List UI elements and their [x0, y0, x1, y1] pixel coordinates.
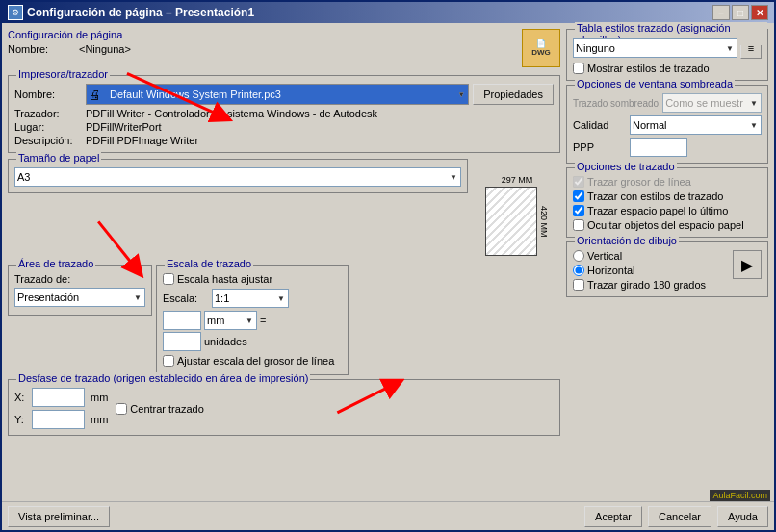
mostrar-estilos-label: Mostrar estilos de trazado — [587, 63, 710, 74]
printer-select[interactable]: Default Windows System Printer.pc3 — [86, 84, 469, 105]
page-config-label: Configuración de página — [8, 29, 131, 40]
watermark: AulaFacil.com — [710, 490, 770, 501]
desfase-group: Desfase de trazado (origen establecido e… — [8, 379, 560, 436]
area-section-label: Área de trazado — [16, 258, 95, 269]
x-label: X: — [14, 392, 28, 403]
ventana-sombreada-group: Opciones de ventana sombreada Trazado so… — [566, 85, 768, 164]
trazar-estilos-checkbox[interactable] — [573, 190, 584, 202]
orientacion-group: Orientación de dibujo Vertical Horizonta… — [566, 241, 768, 297]
printer-name-label: Nombre: — [14, 89, 82, 100]
orientation-icon[interactable]: ▶ — [733, 250, 762, 279]
descripcion-value: PDFill PDFImage Writer — [86, 135, 198, 146]
page-name-row: Nombre: <Ninguna> — [8, 43, 131, 55]
preview-button[interactable]: Vista preliminar... — [8, 506, 110, 527]
y-unit: mm — [91, 414, 108, 425]
trazador-label: Trazador: — [14, 108, 82, 119]
horizontal-radio[interactable] — [573, 265, 584, 276]
paper-dim-top: 297 MM — [485, 175, 549, 185]
mostrar-estilos-checkbox[interactable] — [573, 63, 584, 74]
paper-dim-right: 420 MM — [539, 206, 549, 238]
vertical-radio[interactable] — [573, 250, 584, 262]
orientacion-label: Orientación de dibujo — [575, 235, 679, 246]
desfase-label: Desfase de trazado (origen establecido e… — [16, 372, 310, 384]
unidades-label: unidades — [204, 336, 247, 347]
lugar-label: Lugar: — [14, 121, 82, 133]
close-button[interactable]: ✕ — [751, 5, 768, 20]
bottom-area: Área de trazado Trazado de: Presentación… — [8, 265, 560, 375]
escala-section-label: Escala de trazado — [165, 258, 253, 269]
cancelar-button[interactable]: Cancelar — [648, 506, 711, 527]
ocultar-objetos-checkbox[interactable] — [573, 219, 584, 231]
escala-unit-select[interactable]: mm pulgadas — [204, 311, 257, 330]
y-input[interactable]: 0.00 — [32, 410, 85, 429]
area-trazado-col: Área de trazado Trazado de: Presentación… — [8, 265, 152, 316]
trazar-grosor-label: Trazar grosor de línea — [587, 176, 691, 188]
ppp-label: PPP — [573, 141, 626, 153]
x-unit: mm — [91, 392, 108, 403]
trazado-de-select[interactable]: Presentación Extensión Ventana — [14, 288, 145, 307]
dialog-window: ⚙ Configuración de página – Presentación… — [0, 0, 776, 532]
paper-size-select[interactable]: A3 A4 A2 — [14, 167, 461, 187]
dwg-icon: 📄 DWG — [522, 29, 560, 67]
escala-ajustar-label: Escala hasta ajustar — [177, 273, 272, 285]
area-trazado-group: Área de trazado Trazado de: Presentación… — [8, 265, 152, 316]
trazar-estilos-label: Trazar con estilos de trazado — [587, 190, 723, 202]
aceptar-button[interactable]: Aceptar — [584, 506, 642, 527]
printer-select-wrapper: 🖨 Default Windows System Printer.pc3 ▼ — [86, 84, 469, 105]
maximize-button[interactable]: □ — [732, 5, 749, 20]
escala-val1[interactable]: 1 — [163, 311, 201, 330]
ajustar-escala-label: Ajustar escala del grosor de línea — [177, 355, 334, 367]
escala-val2[interactable]: 1 — [163, 332, 201, 351]
vertical-label: Vertical — [587, 250, 622, 262]
escala-select[interactable]: 1:1 1:2 1:5 — [212, 289, 289, 308]
girado-label: Trazar girado 180 grados — [587, 279, 706, 291]
calidad-select[interactable]: Borrador Vista previa Normal Presentació… — [630, 115, 762, 135]
opciones-trazado-group: Opciones de trazado Trazar grosor de lín… — [566, 167, 768, 238]
ventana-sombreada-label: Opciones de ventana sombreada — [575, 78, 735, 89]
footer-bar: Vista preliminar... Aceptar Cancelar Ayu… — [2, 501, 774, 530]
paper-size-label: Tamaño de papel — [16, 152, 101, 164]
dialog-body: Configuración de página Nombre: <Ninguna… — [2, 23, 774, 530]
equals-sign: = — [260, 315, 266, 326]
left-panel: Configuración de página Nombre: <Ninguna… — [8, 29, 560, 524]
paper-preview — [485, 187, 537, 256]
ajustar-escala-checkbox[interactable] — [163, 355, 174, 367]
title-bar: ⚙ Configuración de página – Presentación… — [2, 2, 774, 23]
properties-button[interactable]: Propiedades — [473, 84, 554, 105]
ppp-input[interactable]: 100 — [630, 138, 687, 157]
tabla-estilos-group: Tabla estilos trazado (asignación plumil… — [566, 29, 768, 81]
escala-col: Escala de trazado Escala hasta ajustar E… — [156, 265, 349, 375]
page-name-value: <Ninguna> — [79, 43, 131, 55]
opciones-trazado-label: Opciones de trazado — [575, 161, 677, 172]
centrar-trazado-label: Centrar trazado — [130, 403, 203, 415]
centrar-trazado-checkbox[interactable] — [116, 403, 127, 415]
escala-label: Escala: — [163, 292, 209, 304]
trazado-de-label: Trazado de: — [14, 273, 145, 285]
lugar-value: PDFillWriterPort — [86, 121, 162, 133]
trazar-espacio-label: Trazar espacio papel lo último — [587, 205, 728, 216]
window-title: Configuración de página – Presentación1 — [27, 6, 254, 19]
trazador-value: PDFill Writer - Controlador de sistema W… — [86, 108, 377, 119]
paper-size-group: Tamaño de papel A3 A4 A2 — [8, 159, 468, 193]
escala-ajustar-checkbox[interactable] — [163, 273, 174, 285]
x-input[interactable]: 0.00 — [32, 388, 85, 407]
calidad-label: Calidad — [573, 119, 626, 131]
name-label: Nombre: — [8, 43, 75, 55]
girado-checkbox[interactable] — [573, 279, 584, 291]
printer-name-row: Nombre: 🖨 Default Windows System Printer… — [14, 84, 554, 105]
descripcion-label: Descripción: — [14, 135, 82, 146]
trazado-sombreado-label: Trazado sombreado — [573, 98, 659, 109]
tabla-estilos-select[interactable]: Ninguno acad.ctb — [573, 38, 737, 58]
trazado-sombreado-select[interactable]: Como se muestra — [662, 93, 762, 113]
window-icon: ⚙ — [8, 5, 23, 20]
ocultar-objetos-label: Ocultar objetos del espacio papel — [587, 219, 744, 231]
y-label: Y: — [14, 414, 28, 425]
right-panel: Tabla estilos trazado (asignación plumil… — [566, 29, 768, 524]
minimize-button[interactable]: – — [712, 5, 730, 20]
escala-group: Escala de trazado Escala hasta ajustar E… — [156, 265, 349, 375]
ayuda-button[interactable]: Ayuda — [717, 506, 768, 527]
trazar-espacio-checkbox[interactable] — [573, 205, 584, 216]
horizontal-label: Horizontal — [587, 265, 635, 276]
trazar-grosor-checkbox[interactable] — [573, 176, 584, 188]
printer-section-label: Impresora/trazador — [16, 68, 110, 80]
